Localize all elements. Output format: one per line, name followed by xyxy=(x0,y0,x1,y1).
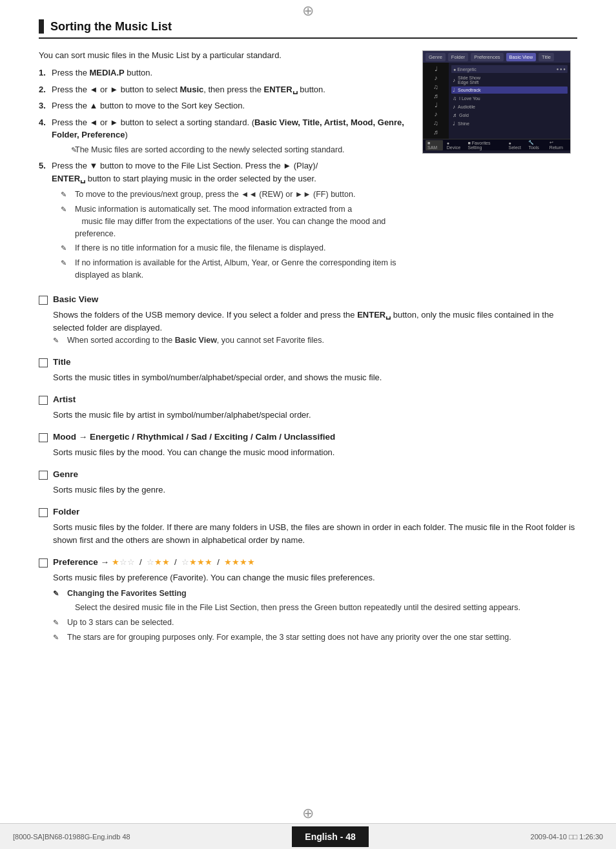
checkbox-mood xyxy=(39,433,48,442)
tv-tab-basicview: Basic View xyxy=(506,53,537,61)
step5-note-4: ✎ If no information is available for the… xyxy=(52,257,409,281)
checkbox-artist xyxy=(39,396,48,405)
preference-stars: ★☆☆ / ☆★★ / ☆★★★ / ★★★★ xyxy=(112,557,255,567)
note-icon-1: ✎ xyxy=(71,145,77,156)
main-content: Sorting the Music List You can sort musi… xyxy=(0,0,616,667)
subsection-artist-header: Artist xyxy=(39,394,577,405)
tv-file-row-5: ♬ Gold xyxy=(451,112,568,119)
subsection-title-title: Title xyxy=(53,357,71,367)
subsection-artist-title: Artist xyxy=(53,394,76,404)
step5-note-3: ✎ If there is no title information for a… xyxy=(52,242,409,254)
intro-area: You can sort music files in the Music Li… xyxy=(39,50,577,284)
tv-top-bar: Genre Folder Preferences Basic View Titl… xyxy=(423,51,570,63)
checkbox-folder xyxy=(39,508,48,517)
checkbox-basic-view xyxy=(39,296,48,305)
subsection-title-header: Title xyxy=(39,357,577,367)
basic-view-note-1: ✎ When sorted according to the Basic Vie… xyxy=(53,334,577,347)
tv-content: ♩ ♪ ♫ ♬ ♩ ♪ ♫ ♬ ● Energetic ● xyxy=(423,63,570,139)
subsection-folder-body: Sorts music files by the folder. If ther… xyxy=(39,521,577,547)
subsection-basic-view-body: Shows the folders of the USB memory devi… xyxy=(39,309,577,347)
subsection-preference: Preference → ★☆☆ / ☆★★ / ☆★★★ / ★★★★ Sor… xyxy=(39,557,577,643)
step5-note-1: ✎ To move to the previous/next group, pr… xyxy=(52,189,409,201)
section-title-bar xyxy=(39,19,44,34)
tv-file-row-4: ♪ Audiotile xyxy=(451,103,568,110)
tv-filter-row: ● Energetic ● ● ● xyxy=(451,65,568,73)
tv-tab-preferences: Preferences xyxy=(471,53,503,61)
subsection-preference-title: Preference → xyxy=(53,557,112,567)
tv-file-row-6: ♩ Shine xyxy=(451,120,568,127)
tv-left-panel: ♩ ♪ ♫ ♬ ♩ ♪ ♫ ♬ xyxy=(423,63,449,139)
intro-paragraph: You can sort music files in the Music Li… xyxy=(39,50,409,60)
subsection-artist-body: Sorts the music file by artist in symbol… xyxy=(39,409,577,422)
subsection-genre: Genre Sorts music files by the genre. xyxy=(39,469,577,496)
page-footer: [8000-SA]BN68-01988G-Eng.indb 48 English… xyxy=(0,823,616,849)
reg-mark-top: ⊕ xyxy=(302,3,314,19)
pref-note-1: ✎ Changing the Favorites Setting xyxy=(53,588,577,600)
tv-bottom-bar: ■ SAM ● Device ■ Favorites Setting ● Sel… xyxy=(423,139,570,150)
step-4: 4. Press the ◄ or ► button to select a s… xyxy=(39,116,409,141)
subsection-folder-title: Folder xyxy=(53,507,79,517)
subsection-genre-header: Genre xyxy=(39,469,577,480)
subsection-basic-view: Basic View Shows the folders of the USB … xyxy=(39,294,577,347)
subsection-mood: Mood → Energetic / Rhythmical / Sad / Ex… xyxy=(39,432,577,459)
pref-note-3: ✎ Up to 3 stars can be selected. xyxy=(53,617,577,629)
tv-file-row-2: ♩ Soundtrack xyxy=(451,87,568,94)
section-title: Sorting the Music List xyxy=(50,20,172,34)
tv-file-row-1: ♪ Slide ShowEdge Shift xyxy=(451,75,568,85)
tv-screenshot: Genre Folder Preferences Basic View Titl… xyxy=(422,50,571,154)
subsection-folder-header: Folder xyxy=(39,507,577,517)
step-3: 3. Press the ▲ button to move to the Sor… xyxy=(39,99,409,112)
step5-notes: ✎ To move to the previous/next group, pr… xyxy=(39,189,409,281)
step-1: 1. Press the MEDIA.P button. xyxy=(39,66,409,79)
tv-tab-genre: Genre xyxy=(426,53,446,61)
pref-note-4: ✎ The stars are for grouping purposes on… xyxy=(53,631,577,644)
subsection-title: Title Sorts the music titles in symbol/n… xyxy=(39,357,577,384)
section-header: Sorting the Music List xyxy=(39,19,577,39)
subsection-genre-body: Sorts music files by the genre. xyxy=(39,484,577,496)
step5-note-2: ✎ Music information is automatically set… xyxy=(52,203,409,240)
pref-note-2: Select the desired music file in the Fil… xyxy=(53,602,577,614)
tv-tab-title: Title xyxy=(539,53,554,61)
step-5: 5. Press the ▼ button to move to the Fil… xyxy=(39,159,409,185)
subsection-preference-header: Preference → ★☆☆ / ☆★★ / ☆★★★ / ★★★★ xyxy=(39,557,577,568)
subsection-folder: Folder Sorts music files by the folder. … xyxy=(39,507,577,547)
subsection-mood-title: Mood → Energetic / Rhythmical / Sad / Ex… xyxy=(53,432,335,442)
subsection-basic-view-title: Basic View xyxy=(53,294,98,304)
tv-screenshot-container: Genre Folder Preferences Basic View Titl… xyxy=(422,50,577,284)
page-number-label: English - 48 xyxy=(305,832,356,842)
subsection-genre-title: Genre xyxy=(53,469,78,479)
subsections-container: Basic View Shows the folders of the USB … xyxy=(39,294,577,644)
tv-btn-sam: ■ SAM xyxy=(426,140,443,150)
tv-file-row-3: ♫ I Love You xyxy=(451,95,568,102)
tv-file-rows: ♪ Slide ShowEdge Shift ♩ Soundtrack ♫ I … xyxy=(451,75,568,127)
subsection-basic-view-header: Basic View xyxy=(39,294,577,305)
page-container: ⊕ Sorting the Music List You can sort mu… xyxy=(0,0,616,849)
checkbox-title xyxy=(39,358,48,367)
tv-right-panel: ● Energetic ● ● ● ♪ Slide ShowEdge Shift… xyxy=(449,63,570,139)
steps-list: 1. Press the MEDIA.P button. 2. Press th… xyxy=(39,66,409,185)
footer-left: [8000-SA]BN68-01988G-Eng.indb 48 xyxy=(13,833,130,841)
subsection-mood-body: Sorts music files by the mood. You can c… xyxy=(39,446,577,459)
step-4-note: ✎ The Music files are sorted according t… xyxy=(39,144,409,156)
reg-mark-bottom: ⊕ xyxy=(302,805,314,822)
subsection-artist: Artist Sorts the music file by artist in… xyxy=(39,394,577,422)
footer-right: 2009-04-10 □□ 1:26:30 xyxy=(531,833,603,841)
tv-tab-folder: Folder xyxy=(448,53,468,61)
checkbox-genre xyxy=(39,471,48,480)
intro-text-column: You can sort music files in the Music Li… xyxy=(39,50,409,284)
subsection-preference-body: Sorts music files by preference (Favorit… xyxy=(39,571,577,643)
step-2: 2. Press the ◄ or ► button to select Mus… xyxy=(39,83,409,96)
page-number-box: English - 48 xyxy=(292,826,369,847)
subsection-title-body: Sorts the music titles in symbol/number/… xyxy=(39,371,577,384)
checkbox-preference xyxy=(39,558,48,568)
subsection-mood-header: Mood → Energetic / Rhythmical / Sad / Ex… xyxy=(39,432,577,442)
